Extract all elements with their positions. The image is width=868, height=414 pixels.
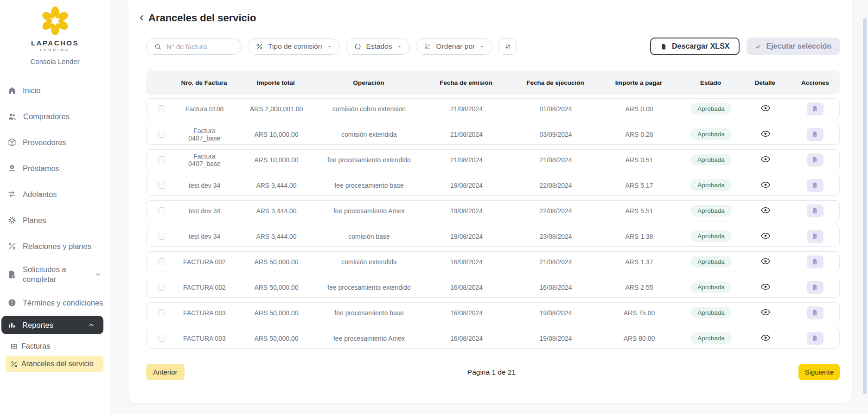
sidebar-subitem-aranceles[interactable]: Aranceles del servicio xyxy=(6,356,103,372)
detail-eye-icon[interactable] xyxy=(761,334,770,341)
status-badge: Aprobada xyxy=(690,256,732,268)
detail-eye-icon[interactable] xyxy=(761,283,770,290)
sidebar-item-solicitudes[interactable]: Solicitudes a completar xyxy=(0,259,110,290)
sidebar-item-label: Adelantos xyxy=(23,190,57,199)
svg-text:$: $ xyxy=(11,166,13,169)
cell-issue-date: 16/08/2024 xyxy=(418,258,515,266)
row-checkbox[interactable] xyxy=(158,156,165,163)
invoice-search-box[interactable] xyxy=(146,38,242,55)
table-row: test dev 34 ARS 3,444.00 fee procesamien… xyxy=(146,200,840,221)
home-icon xyxy=(7,86,17,95)
detail-eye-icon[interactable] xyxy=(761,105,770,112)
sort-by-dropdown[interactable]: AZ Ordenar por xyxy=(416,38,493,55)
search-input[interactable] xyxy=(166,43,231,51)
action-file-button[interactable] xyxy=(807,102,823,115)
file-check-icon xyxy=(812,156,818,163)
previous-page-button[interactable]: Anterior xyxy=(146,364,185,380)
back-chevron-icon[interactable]: ‹ xyxy=(140,11,144,25)
cell-payable: ARS 1.37 xyxy=(596,258,682,266)
action-file-button[interactable] xyxy=(807,179,823,192)
cell-total: ARS 3,444.00 xyxy=(232,207,320,215)
action-file-button[interactable] xyxy=(807,332,823,345)
cell-operation: comisión cobro extension xyxy=(320,105,418,113)
action-file-button[interactable] xyxy=(807,281,823,294)
row-checkbox[interactable] xyxy=(158,182,165,189)
detail-eye-icon[interactable] xyxy=(761,232,770,239)
next-page-button[interactable]: Siguiente xyxy=(798,364,840,380)
action-file-button[interactable] xyxy=(807,204,823,217)
vertical-scrollbar[interactable] xyxy=(863,18,867,394)
sidebar-item-relaciones[interactable]: Relaciones y planes xyxy=(0,233,110,259)
action-file-button[interactable] xyxy=(807,255,823,268)
svg-text:A: A xyxy=(428,44,430,46)
sidebar-item-proveedores[interactable]: Proveedores xyxy=(0,129,110,155)
row-checkbox[interactable] xyxy=(158,233,165,240)
dropdown-label: Ordenar por xyxy=(436,42,475,51)
cell-invoice: Factura 0407_base xyxy=(177,127,232,142)
states-dropdown[interactable]: Estados xyxy=(346,38,410,55)
row-checkbox[interactable] xyxy=(158,335,165,342)
table-row: Factura 0407_base ARS 10,000.00 fee proc… xyxy=(146,149,840,170)
status-badge: Aprobada xyxy=(690,307,732,318)
sidebar-item-terminos[interactable]: Términos y condiciones xyxy=(0,290,110,316)
cell-total: ARS 3,444.00 xyxy=(232,182,320,189)
detail-eye-icon[interactable] xyxy=(761,181,770,188)
caret-down-icon xyxy=(479,44,485,49)
cell-execution-date: 22/08/2024 xyxy=(515,182,596,189)
sidebar-item-adelantos[interactable]: Adelantos xyxy=(0,181,110,207)
bar-chart-icon xyxy=(7,321,16,330)
cell-total: ARS 50,000.00 xyxy=(232,284,320,291)
execute-selection-button[interactable]: Ejecutar selección xyxy=(747,38,840,55)
percent-icon xyxy=(10,360,18,368)
column-header: Fecha de emisión xyxy=(417,79,515,86)
sidebar-item-label: Relaciones y planes xyxy=(23,242,91,251)
cell-payable: ARS 0.28 xyxy=(596,131,682,138)
table-row: FACTURA 002 ARS 50,000.00 comisión exten… xyxy=(146,251,840,272)
cell-payable: ARS 2.55 xyxy=(596,284,682,291)
sidebar-item-inicio[interactable]: Inicio xyxy=(0,77,110,103)
detail-eye-icon[interactable] xyxy=(761,207,770,214)
table-row: FACTURA 003 ARS 50,000.00 fee procesamie… xyxy=(146,328,840,349)
brand-block: LAPACHOS LENDING Consola Lender xyxy=(0,0,110,65)
detail-eye-icon[interactable] xyxy=(761,156,770,163)
column-header: Estado xyxy=(682,79,740,86)
cell-invoice: test dev 34 xyxy=(177,233,232,240)
action-file-button[interactable] xyxy=(807,230,823,243)
sidebar-item-compradores[interactable]: Compradores xyxy=(0,103,110,129)
row-checkbox[interactable] xyxy=(158,131,165,138)
gear-icon xyxy=(7,216,17,225)
sidebar-subitem-facturas[interactable]: Facturas xyxy=(6,338,103,355)
cell-invoice: Factura 0108 xyxy=(177,105,232,113)
row-checkbox[interactable] xyxy=(158,105,165,112)
cell-payable: ARS 1.38 xyxy=(596,233,682,240)
action-file-button[interactable] xyxy=(807,153,823,166)
cell-operation: fee procesamiento base xyxy=(320,182,418,189)
file-check-icon xyxy=(812,309,818,316)
svg-text:Z: Z xyxy=(428,46,430,49)
row-checkbox[interactable] xyxy=(158,207,165,214)
detail-eye-icon[interactable] xyxy=(761,309,770,316)
row-checkbox[interactable] xyxy=(158,309,165,316)
cell-invoice: FACTURA 002 xyxy=(177,258,232,266)
sidebar-item-reportes[interactable]: Reportes xyxy=(1,316,103,334)
cell-execution-date: 16/08/2024 xyxy=(515,284,596,291)
cell-payable: ARS 5.17 xyxy=(596,182,682,189)
detail-eye-icon[interactable] xyxy=(761,258,770,265)
action-file-button[interactable] xyxy=(807,306,823,319)
detail-eye-icon[interactable] xyxy=(761,130,770,137)
check-icon xyxy=(755,43,762,50)
status-badge: Aprobada xyxy=(690,128,732,140)
sidebar-nav: Inicio Compradores Proveedores $ Préstam… xyxy=(0,77,110,372)
commission-type-dropdown[interactable]: Tipo de comisión xyxy=(248,38,340,55)
cell-issue-date: 19/08/2024 xyxy=(418,207,515,215)
action-file-button[interactable] xyxy=(807,128,823,141)
sidebar-item-prestamos[interactable]: $ Préstamos xyxy=(0,155,110,181)
chevron-down-icon xyxy=(94,271,102,278)
sort-direction-toggle[interactable] xyxy=(498,38,517,55)
row-checkbox[interactable] xyxy=(158,284,165,291)
file-icon xyxy=(660,43,667,51)
sidebar-item-label: Términos y condiciones xyxy=(23,299,103,307)
sidebar-item-planes[interactable]: Planes xyxy=(0,207,110,233)
download-xlsx-button[interactable]: Descargar XLSX xyxy=(650,38,740,55)
row-checkbox[interactable] xyxy=(158,258,165,265)
